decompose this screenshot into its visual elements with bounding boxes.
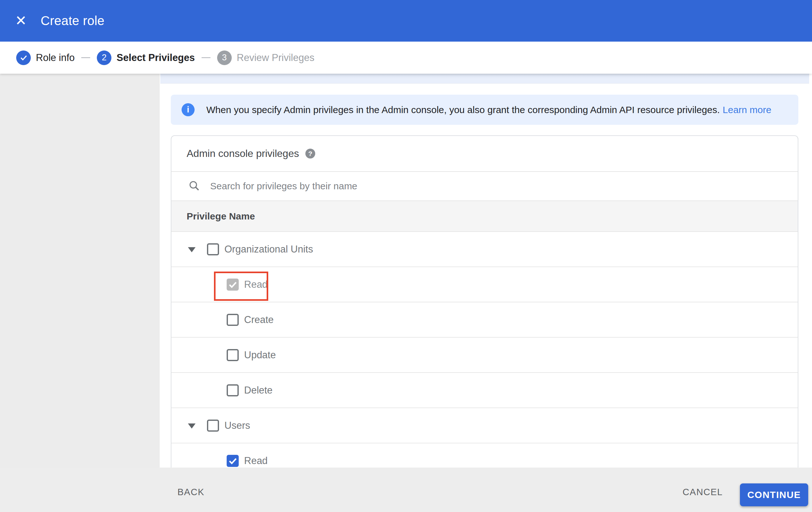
step-label: Role info xyxy=(36,52,75,63)
content-area: i When you specify Admin privileges in t… xyxy=(160,74,812,467)
step-select-privileges[interactable]: 2 Select Privileges xyxy=(97,51,195,65)
step-number: 2 xyxy=(97,51,111,65)
step-role-info[interactable]: Role info xyxy=(16,51,75,65)
info-banner-text: When you specify Admin privileges in the… xyxy=(206,105,720,115)
cancel-button[interactable]: CANCEL xyxy=(675,483,730,501)
learn-more-link[interactable]: Learn more xyxy=(723,105,772,115)
search-icon xyxy=(188,180,200,193)
close-icon xyxy=(16,15,26,27)
step-divider xyxy=(202,57,210,58)
close-button[interactable] xyxy=(14,14,28,28)
info-icon: i xyxy=(181,103,195,116)
step-label: Select Privileges xyxy=(116,52,195,63)
admin-privileges-card: Admin console privileges ? Privilege Nam… xyxy=(171,135,799,467)
collapse-triangle-icon[interactable] xyxy=(188,247,196,252)
privilege-row-child: Update xyxy=(171,338,798,373)
checkbox-unchecked[interactable] xyxy=(227,349,239,361)
continue-button[interactable]: CONTINUE xyxy=(740,483,808,506)
privilege-row-child: Read xyxy=(171,267,798,302)
create-role-dialog: Create role Role info 2 Select Privilege… xyxy=(0,0,812,512)
page-title: Create role xyxy=(40,0,105,42)
privilege-row-group: Organizational Units xyxy=(171,232,798,267)
step-completed-check-icon xyxy=(16,51,31,65)
checkbox-unchecked[interactable] xyxy=(207,243,219,255)
collapse-triangle-icon[interactable] xyxy=(188,423,196,428)
privilege-label[interactable]: Users xyxy=(225,420,250,431)
privilege-label[interactable]: Update xyxy=(244,349,276,361)
highlight-annotation xyxy=(214,272,268,301)
dialog-header: Create role xyxy=(0,0,812,42)
checkbox-unchecked[interactable] xyxy=(207,420,219,432)
step-number: 3 xyxy=(217,51,232,65)
step-review-privileges[interactable]: 3 Review Privileges xyxy=(217,51,315,65)
dialog-footer: BACK CANCEL CONTINUE xyxy=(0,467,812,512)
wizard-stepper: Role info 2 Select Privileges 3 Review P… xyxy=(0,42,812,74)
column-header-privilege-name: Privilege Name xyxy=(171,201,798,232)
left-sidebar xyxy=(0,74,160,467)
scrolled-banner-edge xyxy=(160,74,809,84)
privilege-label[interactable]: Delete xyxy=(244,385,273,396)
step-label: Review Privileges xyxy=(237,52,315,63)
privilege-row-child: Delete xyxy=(171,373,798,408)
checkbox-unchecked[interactable] xyxy=(227,314,239,326)
step-divider xyxy=(81,57,90,58)
checkbox-unchecked[interactable] xyxy=(227,384,239,396)
card-heading: Admin console privileges ? xyxy=(171,136,798,172)
privilege-row-child: Create xyxy=(171,302,798,338)
info-banner: i When you specify Admin privileges in t… xyxy=(171,95,799,125)
checkbox-checked[interactable] xyxy=(227,455,239,467)
search-input[interactable] xyxy=(209,181,654,192)
back-button[interactable]: BACK xyxy=(170,483,212,501)
privilege-row-group: Users xyxy=(171,408,798,443)
help-icon[interactable]: ? xyxy=(306,149,315,159)
privilege-row-child: Read xyxy=(171,443,798,467)
privilege-label[interactable]: Create xyxy=(244,314,273,326)
card-title: Admin console privileges xyxy=(187,148,299,159)
privilege-label[interactable]: Read xyxy=(244,455,268,466)
privilege-label[interactable]: Organizational Units xyxy=(225,244,313,255)
main-region: i When you specify Admin privileges in t… xyxy=(0,74,812,467)
privilege-search-row xyxy=(171,172,798,201)
